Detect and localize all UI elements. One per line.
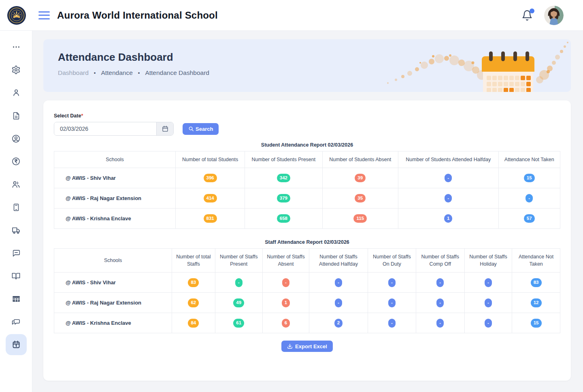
- school-name-cell: @ AWIS - Shiv Vihar: [54, 168, 176, 188]
- value-cell: -: [309, 273, 368, 293]
- sidebar-item-gear[interactable]: [6, 60, 27, 81]
- value-cell: 379: [245, 188, 322, 209]
- value-cell: 84: [172, 313, 215, 333]
- search-button[interactable]: Search: [183, 123, 219, 135]
- table-row: @ AWIS - Krishna Enclave831658115157: [54, 209, 560, 229]
- value-cell: 1: [398, 209, 499, 229]
- page-title: Attendance Dashboard: [58, 51, 173, 64]
- sidebar-item-user-circle[interactable]: [6, 128, 27, 149]
- value-cell: -: [368, 293, 416, 313]
- value-cell: 2: [309, 313, 368, 333]
- count-badge: 83: [188, 278, 199, 287]
- column-header: Attendance Not Taken: [498, 151, 560, 168]
- school-name-cell: @ AWIS - Krishna Enclave: [54, 313, 172, 333]
- school-name-cell: @ AWIS - Raj Nagar Extension: [54, 188, 176, 209]
- breadcrumb-attendance[interactable]: Attendance: [89, 69, 133, 77]
- count-badge: -: [388, 319, 396, 328]
- count-badge: 1: [282, 298, 290, 307]
- download-icon: [287, 343, 293, 349]
- count-badge: -: [436, 319, 444, 328]
- date-field: [54, 122, 174, 136]
- message-icon: [12, 249, 21, 258]
- sidebar-item-table-grid[interactable]: [6, 288, 27, 309]
- sidebar-item-calendar[interactable]: [6, 334, 27, 355]
- count-badge: 57: [524, 214, 535, 223]
- calendar-illustration: [381, 39, 571, 92]
- more-icon: [12, 43, 21, 51]
- value-cell: -: [464, 313, 512, 333]
- notifications-button[interactable]: [521, 10, 533, 21]
- count-badge: -: [335, 278, 342, 287]
- value-cell: -: [416, 313, 464, 333]
- select-date-label: Select Date: [54, 113, 81, 119]
- breadcrumb-dashboard[interactable]: Dashboard: [58, 69, 89, 77]
- value-cell: -: [416, 293, 464, 313]
- gear-icon: [11, 65, 21, 75]
- sidebar-item-truck[interactable]: [6, 219, 27, 241]
- users-icon: [11, 180, 21, 189]
- count-badge: -: [526, 194, 533, 203]
- export-excel-button[interactable]: Export Excel: [281, 341, 333, 352]
- count-badge: -: [485, 298, 492, 307]
- user-avatar[interactable]: [544, 6, 564, 25]
- count-badge: 115: [353, 214, 367, 223]
- date-picker-button[interactable]: [156, 122, 173, 135]
- notebook-icon: [12, 203, 21, 212]
- table-row: @ AWIS - Shiv Vihar83------83: [54, 273, 560, 293]
- school-name-cell: @ AWIS - Shiv Vihar: [54, 273, 172, 293]
- sidebar-item-book-open[interactable]: [6, 265, 27, 286]
- count-badge: 84: [188, 319, 199, 328]
- count-badge: -: [445, 174, 452, 183]
- count-badge: -: [436, 298, 444, 307]
- column-header: Schools: [54, 249, 172, 273]
- sidebar-item-notebook[interactable]: [6, 197, 27, 218]
- count-badge: -: [235, 278, 243, 287]
- count-badge: 6: [282, 319, 290, 328]
- student-table-title: Student Attendance Report 02/03/2026: [54, 142, 560, 148]
- sidebar-item-users[interactable]: [6, 174, 27, 195]
- chat-icon: [11, 317, 21, 326]
- school-name-cell: @ AWIS - Krishna Enclave: [54, 209, 176, 229]
- top-bar: Aurora World International School: [0, 0, 583, 31]
- breadcrumb-attendance-dashboard: Attendance Dashboard: [133, 69, 209, 77]
- column-header: Number of total Students: [176, 151, 245, 168]
- count-badge: 12: [531, 298, 542, 307]
- count-badge: 15: [531, 319, 542, 328]
- value-cell: -: [398, 188, 499, 209]
- column-header: Number of Students Absent: [322, 151, 398, 168]
- value-cell: -: [263, 273, 309, 293]
- sidebar-item-rupee[interactable]: [6, 151, 27, 172]
- value-cell: 49: [215, 293, 263, 313]
- date-input[interactable]: [54, 122, 156, 135]
- value-cell: 83: [172, 273, 215, 293]
- table-grid-icon: [12, 294, 21, 303]
- column-header: Number of Staffs Holiday: [464, 249, 512, 273]
- table-row: @ AWIS - Raj Nagar Extension41437935--: [54, 188, 560, 209]
- school-logo: [7, 6, 26, 25]
- count-badge: 831: [204, 214, 217, 223]
- sidebar-item-message[interactable]: [6, 243, 27, 264]
- column-header: Number of Staffs Attended Halfday: [309, 249, 368, 273]
- column-header: Schools: [54, 151, 176, 168]
- rupee-icon: [11, 157, 21, 166]
- sidebar-item-user[interactable]: [6, 82, 27, 103]
- export-excel-label: Export Excel: [295, 343, 327, 349]
- sidebar-item-chat[interactable]: [6, 311, 27, 332]
- table-row: @ AWIS - Raj Nagar Extension62491----12: [54, 293, 560, 313]
- value-cell: -: [215, 273, 263, 293]
- value-cell: -: [464, 273, 512, 293]
- value-cell: 35: [322, 188, 398, 209]
- value-cell: -: [498, 188, 560, 209]
- user-circle-icon: [11, 134, 21, 143]
- count-badge: 2: [334, 319, 343, 328]
- value-cell: 414: [176, 188, 245, 209]
- sidebar-item-more[interactable]: [6, 36, 27, 58]
- sidebar-item-document[interactable]: [6, 105, 27, 126]
- column-header: Number of Staffs On Duty: [368, 249, 416, 273]
- value-cell: 6: [263, 313, 309, 333]
- count-badge: 61: [233, 319, 244, 328]
- count-badge: 39: [355, 174, 366, 183]
- student-attendance-table: SchoolsNumber of total StudentsNumber of…: [54, 151, 560, 229]
- value-cell: -: [416, 273, 464, 293]
- hamburger-menu-icon[interactable]: [38, 11, 50, 19]
